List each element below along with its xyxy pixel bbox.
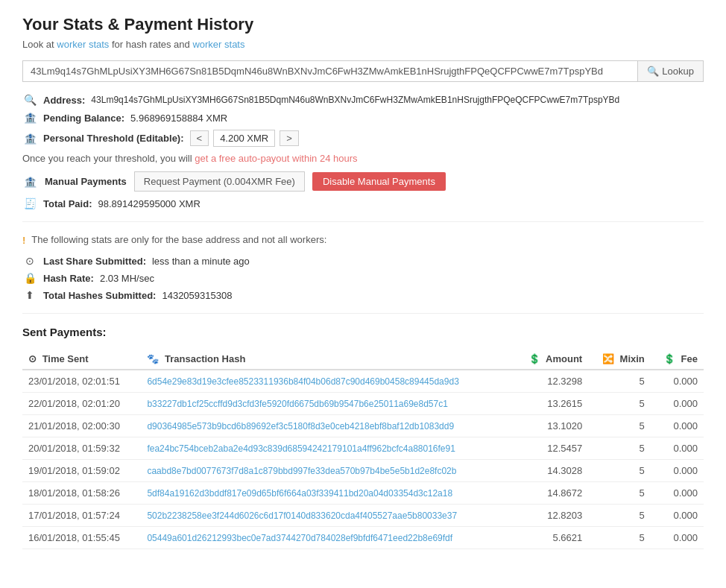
cell-time: 23/01/2018, 02:01:51 [22, 370, 141, 393]
amount-col-icon: 💲 [528, 353, 540, 364]
cell-time: 16/01/2018, 01:55:45 [22, 527, 141, 549]
payments-table-body: 23/01/2018, 02:01:51 6d54e29e83d19e3cfee… [22, 370, 704, 549]
cell-fee: 0.000 [651, 527, 704, 549]
cell-amount: 14.8672 [513, 482, 588, 505]
worker-stats-link2[interactable]: worker stats [192, 39, 244, 50]
lookup-row: 🔍 Lookup [22, 60, 704, 82]
total-hashes-label: Total Hashes Submitted: [43, 290, 156, 301]
cell-fee: 0.000 [651, 370, 704, 393]
total-hashes-value: 1432059315308 [162, 290, 232, 301]
total-paid-label: Total Paid: [43, 198, 92, 209]
threshold-label: Personal Threshold (Editable): [43, 133, 184, 144]
table-row: 19/01/2018, 01:59:02 caabd8e7bd0077673f7… [22, 460, 704, 482]
transaction-hash-link[interactable]: 05449a601d26212993bec0e7ad3744270d784028… [147, 533, 452, 543]
table-row: 21/01/2018, 02:00:30 d90364985e573b9bcd6… [22, 415, 704, 437]
cell-fee: 0.000 [651, 460, 704, 482]
cell-mixin: 5 [588, 370, 651, 393]
cell-hash: 5df84a19162d3bddf817e09d65bf6f664a03f339… [141, 482, 513, 505]
clock-col-icon: ⊙ [28, 353, 37, 364]
col-mixin: 🔀 Mixin [588, 349, 651, 370]
cell-mixin: 5 [588, 505, 651, 527]
bank-icon-threshold: 🏦 [22, 133, 37, 145]
last-share-row: ⊙ Last Share Submitted: less than a minu… [22, 255, 704, 267]
address-value: 43Lm9q14s7GhMLpUsiXY3MH6G67Sn81B5DqmN46u… [91, 95, 619, 105]
transaction-hash-link[interactable]: fea24bc754bceb2aba2e4d93c839d68594242179… [147, 443, 455, 454]
info-section: 🔍 Address: 43Lm9q14s7GhMLpUsiXY3MH6G67Sn… [22, 94, 704, 209]
paw-col-icon: 🐾 [147, 353, 159, 364]
cell-fee: 0.000 [651, 482, 704, 505]
transaction-hash-link[interactable]: 5df84a19162d3bddf817e09d65bf6f664a03f339… [147, 488, 452, 499]
cell-time: 19/01/2018, 01:59:02 [22, 460, 141, 482]
transaction-hash-link[interactable]: b33227db1cf25ccffd9d3cfd3fe5920fd6675db6… [147, 399, 448, 409]
cell-time: 17/01/2018, 01:57:24 [22, 505, 141, 527]
cell-amount: 13.2615 [513, 393, 588, 415]
threshold-row: 🏦 Personal Threshold (Editable): < 4.200… [22, 130, 704, 147]
col-time-sent: ⊙ Time Sent [22, 349, 141, 370]
table-row: 18/01/2018, 01:58:26 5df84a19162d3bddf81… [22, 482, 704, 505]
cell-time: 18/01/2018, 01:58:26 [22, 482, 141, 505]
cell-hash: 05449a601d26212993bec0e7ad3744270d784028… [141, 527, 513, 549]
threshold-value: 4.200 XMR [213, 130, 275, 147]
pending-balance-label: Pending Balance: [43, 113, 124, 124]
stats-section: ! The following stats are only for the b… [22, 234, 704, 301]
warning-text: The following stats are only for the bas… [31, 234, 326, 245]
cell-amount: 14.3028 [513, 460, 588, 482]
cell-time: 20/01/2018, 01:59:32 [22, 437, 141, 460]
cell-fee: 0.000 [651, 505, 704, 527]
address-lookup-input[interactable] [22, 60, 638, 82]
hash-rate-value: 2.03 MH/sec [100, 273, 154, 284]
transaction-hash-link[interactable]: 6d54e29e83d19e3cfee8523311936b84f04b06d8… [147, 376, 458, 387]
cell-amount: 12.8203 [513, 505, 588, 527]
address-label: Address: [43, 95, 85, 106]
search-icon-address: 🔍 [22, 94, 37, 106]
cell-fee: 0.000 [651, 415, 704, 437]
worker-stats-link1[interactable]: worker stats [57, 39, 109, 50]
disable-manual-payments-button[interactable]: Disable Manual Payments [312, 172, 446, 191]
manual-payments-label: Manual Payments [45, 176, 127, 187]
cell-amount: 13.1020 [513, 415, 588, 437]
last-share-value: less than a minute ago [152, 256, 250, 267]
table-row: 17/01/2018, 01:57:24 502b2238258ee3f244d… [22, 505, 704, 527]
cell-fee: 0.000 [651, 393, 704, 415]
cell-hash: fea24bc754bceb2aba2e4d93c839d68594242179… [141, 437, 513, 460]
cell-amount: 12.3298 [513, 370, 588, 393]
threshold-controls: < 4.200 XMR > [190, 130, 299, 147]
clock-icon: ⊙ [22, 255, 37, 267]
search-icon: 🔍 [647, 66, 659, 77]
sent-payments-title: Sent Payments: [22, 326, 704, 338]
shield-icon: 🔒 [22, 272, 37, 284]
divider-1 [22, 221, 704, 222]
cell-hash: b33227db1cf25ccffd9d3cfd3fe5920fd6675db6… [141, 393, 513, 415]
manual-payments-row: 🏦 Manual Payments Request Payment (0.004… [22, 171, 704, 192]
cell-amount: 12.5457 [513, 437, 588, 460]
bank-icon-manual: 🏦 [22, 176, 37, 188]
cell-hash: caabd8e7bd0077673f7d8a1c879bbd997fe33dea… [141, 460, 513, 482]
cell-mixin: 5 [588, 482, 651, 505]
upload-icon: ⬆ [22, 289, 37, 301]
threshold-decrease-button[interactable]: < [190, 130, 209, 146]
cell-time: 22/01/2018, 02:01:20 [22, 393, 141, 415]
payments-table: ⊙ Time Sent 🐾 Transaction Hash 💲 Amount … [22, 349, 704, 549]
address-row: 🔍 Address: 43Lm9q14s7GhMLpUsiXY3MH6G67Sn… [22, 94, 704, 106]
receipt-icon: 🧾 [22, 197, 37, 209]
threshold-increase-button[interactable]: > [280, 130, 299, 146]
hash-rate-label: Hash Rate: [43, 273, 94, 284]
total-hashes-row: ⬆ Total Hashes Submitted: 1432059315308 [22, 289, 704, 301]
sent-payments-section: Sent Payments: ⊙ Time Sent 🐾 Transaction… [22, 326, 704, 549]
transaction-hash-link[interactable]: caabd8e7bd0077673f7d8a1c879bbd997fe33dea… [147, 466, 456, 476]
lookup-button[interactable]: 🔍 Lookup [638, 60, 704, 82]
request-payment-button[interactable]: Request Payment (0.004XMR Fee) [134, 171, 305, 192]
transaction-hash-link[interactable]: 502b2238258ee3f244d6026c6d17f0140d833620… [147, 510, 457, 521]
warning-icon: ! [22, 235, 25, 246]
cell-mixin: 5 [588, 527, 651, 549]
transaction-hash-link[interactable]: d90364985e573b9bcd6b89692ef3c5180f8d3e0c… [147, 421, 454, 431]
total-paid-value: 98.891429595000 XMR [98, 198, 200, 209]
table-row: 20/01/2018, 01:59:32 fea24bc754bceb2aba2… [22, 437, 704, 460]
cell-mixin: 5 [588, 393, 651, 415]
col-fee: 💲 Fee [651, 349, 704, 370]
cell-amount: 5.6621 [513, 527, 588, 549]
page-title: Your Stats & Payment History [22, 15, 704, 34]
cell-time: 21/01/2018, 02:00:30 [22, 415, 141, 437]
fee-col-icon: 💲 [663, 353, 675, 364]
cell-mixin: 5 [588, 460, 651, 482]
